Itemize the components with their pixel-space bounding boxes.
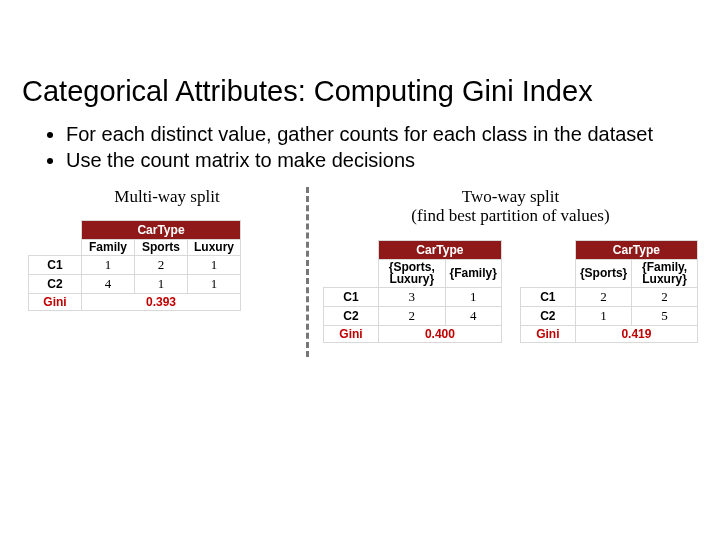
divider: [306, 187, 309, 357]
gini-label: Gini: [520, 326, 575, 343]
blank-cell: [520, 240, 575, 259]
cell: 1: [575, 307, 631, 326]
multiway-table: CarType Family Sports Luxury C1 1 2 1 C2…: [28, 220, 241, 311]
row-header: C2: [520, 307, 575, 326]
cell: 1: [188, 255, 241, 274]
bullet-list: For each distinct value, gather counts f…: [22, 122, 698, 173]
row-header: C2: [29, 274, 82, 293]
multiway-caption: Multi-way split: [42, 187, 292, 207]
blank-cell: [29, 221, 82, 240]
twoway-tables: CarType {Sports, Luxury} {Family} C1 3 1…: [323, 240, 698, 343]
table-header: CarType: [575, 240, 697, 259]
col-header: {Sports}: [575, 259, 631, 287]
row-header: C1: [520, 288, 575, 307]
multiway-column: Multi-way split CarType Family Sports Lu…: [22, 187, 292, 311]
cell: 2: [632, 288, 698, 307]
col-header: {Sports, Luxury}: [379, 259, 446, 287]
cell: 2: [135, 255, 188, 274]
twoway-table-a: CarType {Sports, Luxury} {Family} C1 3 1…: [323, 240, 502, 343]
table-header: CarType: [82, 221, 241, 240]
blank-cell: [324, 240, 379, 259]
row-header: C1: [29, 255, 82, 274]
gini-value: 0.393: [82, 293, 241, 310]
col-header: Sports: [135, 240, 188, 256]
cell: 5: [632, 307, 698, 326]
gini-label: Gini: [324, 326, 379, 343]
row-header: C1: [324, 288, 379, 307]
gini-value: 0.400: [379, 326, 502, 343]
cell: 1: [82, 255, 135, 274]
cell: 4: [445, 307, 501, 326]
cell: 4: [82, 274, 135, 293]
col-header: {Family}: [445, 259, 501, 287]
gini-value: 0.419: [575, 326, 697, 343]
cell: 1: [445, 288, 501, 307]
comparison-row: Multi-way split CarType Family Sports Lu…: [22, 187, 698, 357]
caption-line: (find best partition of values): [411, 206, 609, 225]
caption-line: Two-way split: [462, 187, 560, 206]
table-header: CarType: [379, 240, 502, 259]
slide: Categorical Attributes: Computing Gini I…: [0, 0, 720, 540]
col-header: Family: [82, 240, 135, 256]
cell: 2: [575, 288, 631, 307]
twoway-column: Two-way split (find best partition of va…: [323, 187, 698, 343]
col-header: Luxury: [188, 240, 241, 256]
gini-label: Gini: [29, 293, 82, 310]
twoway-caption: Two-way split (find best partition of va…: [323, 187, 698, 226]
cell: 1: [188, 274, 241, 293]
page-title: Categorical Attributes: Computing Gini I…: [22, 75, 698, 108]
blank-cell: [324, 259, 379, 287]
row-header: C2: [324, 307, 379, 326]
cell: 1: [135, 274, 188, 293]
bullet-item: For each distinct value, gather counts f…: [66, 122, 698, 146]
cell: 2: [379, 307, 446, 326]
blank-cell: [29, 240, 82, 256]
twoway-table-b: CarType {Sports} {Family, Luxury} C1 2 2…: [520, 240, 698, 343]
blank-cell: [520, 259, 575, 287]
col-header: {Family, Luxury}: [632, 259, 698, 287]
cell: 3: [379, 288, 446, 307]
bullet-item: Use the count matrix to make decisions: [66, 148, 698, 172]
